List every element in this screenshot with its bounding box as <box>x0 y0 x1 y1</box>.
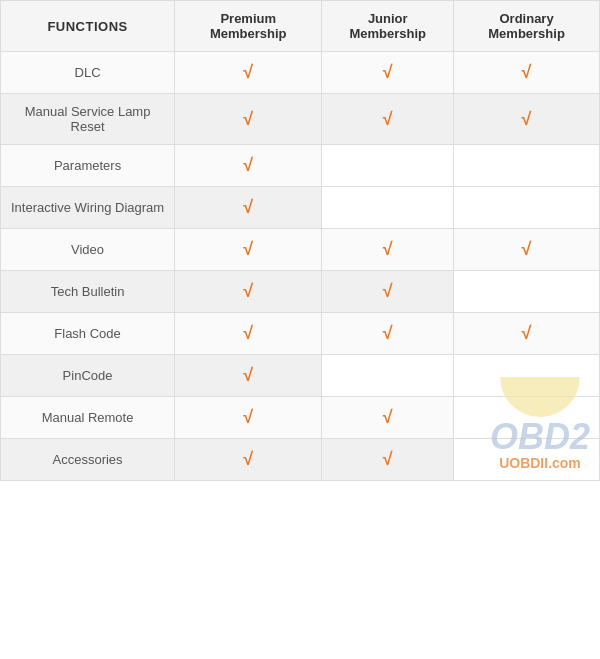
premium-check-cell: √ <box>175 94 322 145</box>
function-name-cell: Video <box>1 229 175 271</box>
junior-check-cell: √ <box>322 439 454 481</box>
function-name-cell: Tech Bulletin <box>1 271 175 313</box>
table-row: Interactive Wiring Diagram√ <box>1 187 600 229</box>
ordinary-empty-cell <box>454 439 600 481</box>
junior-empty-cell <box>322 145 454 187</box>
junior-empty-cell <box>322 187 454 229</box>
junior-check-cell: √ <box>322 94 454 145</box>
table-row: Parameters√ <box>1 145 600 187</box>
junior-header: Junior Membership <box>322 1 454 52</box>
table-row: Accessories√√ <box>1 439 600 481</box>
function-name-cell: Accessories <box>1 439 175 481</box>
table-row: DLC√√√ <box>1 52 600 94</box>
premium-check-cell: √ <box>175 313 322 355</box>
junior-check-cell: √ <box>322 52 454 94</box>
membership-comparison-table: FUNCTIONS Premium Membership Junior Memb… <box>0 0 600 481</box>
ordinary-empty-cell <box>454 355 600 397</box>
premium-check-cell: √ <box>175 439 322 481</box>
ordinary-empty-cell <box>454 397 600 439</box>
table-row: PinCode√ <box>1 355 600 397</box>
premium-check-cell: √ <box>175 397 322 439</box>
junior-check-cell: √ <box>322 229 454 271</box>
premium-check-cell: √ <box>175 145 322 187</box>
ordinary-empty-cell <box>454 271 600 313</box>
premium-check-cell: √ <box>175 52 322 94</box>
function-name-cell: Flash Code <box>1 313 175 355</box>
ordinary-check-cell: √ <box>454 52 600 94</box>
function-name-cell: DLC <box>1 52 175 94</box>
ordinary-check-cell: √ <box>454 94 600 145</box>
premium-header: Premium Membership <box>175 1 322 52</box>
junior-empty-cell <box>322 355 454 397</box>
ordinary-header: Ordinary Membership <box>454 1 600 52</box>
ordinary-empty-cell <box>454 145 600 187</box>
junior-check-cell: √ <box>322 271 454 313</box>
function-name-cell: Manual Remote <box>1 397 175 439</box>
function-name-cell: Manual Service Lamp Reset <box>1 94 175 145</box>
premium-check-cell: √ <box>175 355 322 397</box>
table-row: Manual Remote√√ <box>1 397 600 439</box>
comparison-table-container: FUNCTIONS Premium Membership Junior Memb… <box>0 0 600 481</box>
ordinary-empty-cell <box>454 187 600 229</box>
function-name-cell: Parameters <box>1 145 175 187</box>
table-row: Manual Service Lamp Reset√√√ <box>1 94 600 145</box>
premium-check-cell: √ <box>175 229 322 271</box>
function-name-cell: Interactive Wiring Diagram <box>1 187 175 229</box>
junior-check-cell: √ <box>322 313 454 355</box>
table-row: Flash Code√√√ <box>1 313 600 355</box>
table-row: Video√√√ <box>1 229 600 271</box>
ordinary-check-cell: √ <box>454 313 600 355</box>
function-name-cell: PinCode <box>1 355 175 397</box>
premium-check-cell: √ <box>175 271 322 313</box>
functions-header: FUNCTIONS <box>1 1 175 52</box>
junior-check-cell: √ <box>322 397 454 439</box>
premium-check-cell: √ <box>175 187 322 229</box>
table-row: Tech Bulletin√√ <box>1 271 600 313</box>
ordinary-check-cell: √ <box>454 229 600 271</box>
